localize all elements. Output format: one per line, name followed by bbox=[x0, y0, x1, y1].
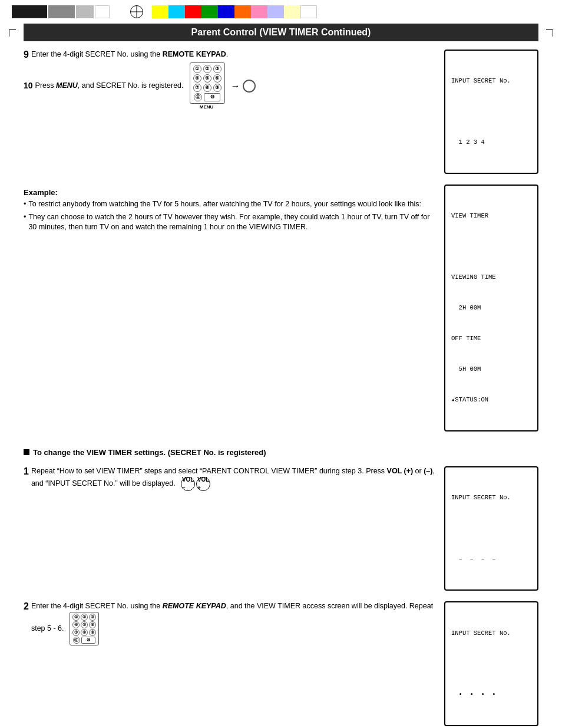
example-label: Example: bbox=[24, 188, 435, 197]
top-color-bar bbox=[0, 0, 562, 24]
swatch-yellow bbox=[152, 5, 168, 18]
steps-9-10-left: 9 Enter the 4-digit SECRET No. using the… bbox=[24, 50, 435, 114]
swatch-green bbox=[201, 5, 218, 18]
vol-minus-btn: VOL− bbox=[181, 477, 195, 491]
change-step2-num: 2 bbox=[24, 601, 29, 612]
main-content: Parent Control (VIEW TIMER Continued) 9 … bbox=[0, 24, 562, 728]
vol-buttons-change1: VOL− VOL+ bbox=[181, 477, 210, 491]
swatch-red bbox=[185, 5, 201, 18]
menu-circle bbox=[243, 80, 256, 93]
black-block-2 bbox=[48, 5, 75, 18]
step10-num: 10 bbox=[24, 81, 33, 90]
steps-9-10-row: 9 Enter the 4-digit SECRET No. using the… bbox=[24, 50, 538, 179]
swatch-pink bbox=[251, 5, 267, 18]
change-section-header-row: To change the VIEW TIMER settings. (SECR… bbox=[24, 442, 538, 460]
bullet2: • They can choose to watch the 2 hours o… bbox=[24, 212, 435, 233]
change-step2-text: Enter the 4-digit SECRET No. using the R… bbox=[31, 601, 435, 645]
change-step1-left: 1 Repeat “How to set VIEW TIMER” steps a… bbox=[24, 466, 435, 491]
step10-text: Press MENU, and SECRET No. is registered… bbox=[35, 81, 184, 91]
crosshair-top bbox=[130, 5, 143, 18]
black-block-4 bbox=[95, 5, 110, 18]
example-row: Example: • To restrict anybody from watc… bbox=[24, 185, 538, 436]
swatch-lightyellow bbox=[284, 5, 300, 18]
screen2: VIEW TIMER VIEWING TIME 2H 00M OFF TIME … bbox=[444, 185, 538, 431]
arrow-right-step10: → bbox=[231, 81, 240, 91]
black-block-1 bbox=[12, 5, 47, 18]
bullet1: • To restrict anybody from watching the … bbox=[24, 199, 435, 210]
swatch-blue bbox=[218, 5, 234, 18]
black-block-3 bbox=[76, 5, 94, 18]
vol-plus-btn: VOL+ bbox=[196, 477, 210, 491]
swatch-white bbox=[300, 5, 317, 18]
swatch-lavender bbox=[267, 5, 284, 18]
screen1: INPUT SECRET No. 1 2 3 4 bbox=[444, 50, 538, 174]
screen3: INPUT SECRET No. – – – – bbox=[444, 466, 538, 591]
page-title: Parent Control (VIEW TIMER Continued) bbox=[24, 24, 538, 41]
screen2-col: VIEW TIMER VIEWING TIME 2H 00M OFF TIME … bbox=[444, 185, 538, 436]
example-left: Example: • To restrict anybody from watc… bbox=[24, 185, 435, 235]
screen3-col: INPUT SECRET No. – – – – bbox=[444, 466, 538, 595]
keypad-step10: ①②③ ④⑤⑥ ⑦⑧⑨ ⓪⑩ MENU bbox=[190, 62, 225, 110]
swatch-orange bbox=[234, 5, 251, 18]
section1-bullet bbox=[24, 449, 29, 455]
change-step1-num: 1 bbox=[24, 466, 29, 477]
change-step2-row: 2 Enter the 4-digit SECRET No. using the… bbox=[24, 601, 538, 728]
change-step1-text: Repeat “How to set VIEW TIMER” steps and… bbox=[31, 466, 435, 491]
keypad-change2: ①②③ ④⑤⑥ ⑦⑧⑨ ⓪⑩ bbox=[70, 612, 99, 645]
color-swatches bbox=[152, 5, 317, 18]
change-step2-left: 2 Enter the 4-digit SECRET No. using the… bbox=[24, 601, 435, 645]
swatch-cyan bbox=[168, 5, 185, 18]
screen4: INPUT SECRET No. • • • • bbox=[444, 601, 538, 726]
step9-text: Enter the 4-digit SECRET No. using the R… bbox=[31, 50, 228, 60]
change-section-header: To change the VIEW TIMER settings. (SECR… bbox=[24, 442, 538, 460]
step9-num: 9 bbox=[24, 50, 29, 60]
screen1-col: INPUT SECRET No. 1 2 3 4 bbox=[444, 50, 538, 179]
screen4-col: INPUT SECRET No. • • • • bbox=[444, 601, 538, 728]
change-step1-row: 1 Repeat “How to set VIEW TIMER” steps a… bbox=[24, 466, 538, 595]
black-blocks bbox=[12, 5, 110, 18]
section1-header: To change the VIEW TIMER settings. (SECR… bbox=[24, 448, 538, 457]
